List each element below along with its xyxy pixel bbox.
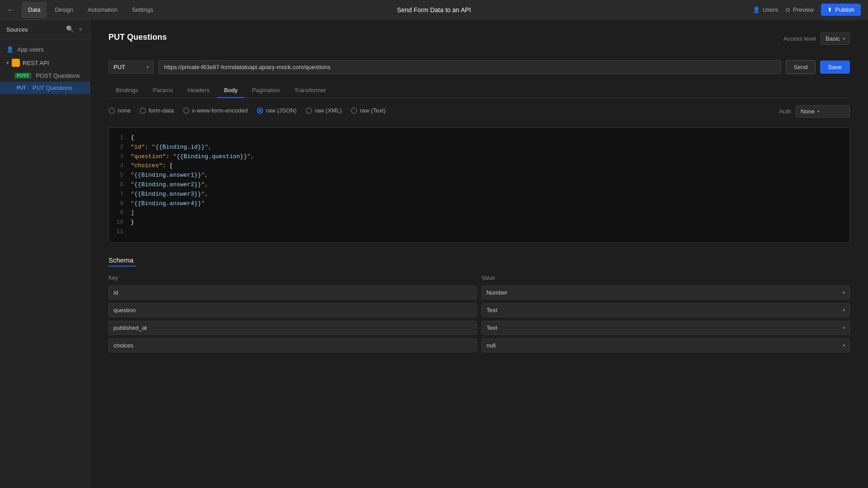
line-number: 1	[114, 133, 123, 143]
tab-headers[interactable]: Headers	[180, 83, 217, 98]
main-content: PUT Questions Access level Basic ▾ PUT ▾…	[90, 20, 868, 488]
schema-row: Number▾	[108, 286, 850, 300]
top-nav-tab-data[interactable]: Data	[22, 2, 47, 18]
schema-key-input-question[interactable]	[108, 303, 477, 317]
schema-underline	[108, 266, 136, 267]
auth-select[interactable]: None ▾	[796, 105, 850, 117]
sidebar-items: 👤 App users ▾ REST API POST POST Questio…	[0, 39, 90, 488]
top-nav-tab-automation[interactable]: Automation	[81, 2, 124, 18]
publish-icon: ⬆	[827, 6, 832, 13]
schema-row: Text▾	[108, 321, 850, 335]
sidebar-item-post-questions[interactable]: POST POST Questions	[0, 70, 90, 82]
body-option-raw-text[interactable]: raw (Text)	[351, 107, 386, 114]
top-nav-tab-design[interactable]: Design	[48, 2, 79, 18]
method-select[interactable]: PUT ▾	[108, 61, 154, 74]
auth-row: Auth None ▾	[779, 105, 850, 117]
sidebar-header-icons: 🔍 ＋	[66, 25, 84, 33]
chevron-down-icon: ▾	[843, 36, 845, 41]
top-nav-tab-settings[interactable]: Settings	[126, 2, 160, 18]
search-icon[interactable]: 🔍	[66, 25, 74, 33]
method-value: PUT	[113, 64, 125, 70]
radio-dot	[140, 108, 146, 114]
top-nav-right: 👤 Users ⊙ Preview ⬆ Publish	[753, 4, 861, 16]
nav-tabs: DataDesignAutomationSettings	[22, 2, 160, 18]
method-chevron-icon: ▾	[146, 65, 149, 70]
line-number: 7	[114, 190, 123, 199]
sidebar: Sources 🔍 ＋ 👤 App users ▾ REST API POST …	[0, 20, 90, 488]
body-option-form-data[interactable]: form-data	[140, 107, 174, 114]
tab-params[interactable]: Params	[146, 83, 180, 98]
schema-value: null	[486, 342, 495, 349]
section-header: PUT Questions Access level Basic ▾	[108, 33, 850, 52]
rest-api-icon	[12, 59, 20, 67]
users-icon: 👤	[753, 6, 760, 13]
section-title-area: PUT Questions	[108, 33, 167, 51]
schema-key-input-published_at[interactable]	[108, 321, 477, 335]
code-line: 2"id": "{{Binding.id}}",	[114, 143, 844, 152]
tab-bindings[interactable]: Bindings	[108, 83, 146, 98]
access-value: Basic	[826, 35, 840, 42]
main-layout: Sources 🔍 ＋ 👤 App users ▾ REST API POST …	[0, 20, 868, 488]
url-input[interactable]	[158, 60, 781, 74]
put-questions-label: PUT Questions	[33, 84, 72, 91]
body-option-none[interactable]: none	[108, 107, 131, 114]
add-source-icon[interactable]: ＋	[77, 25, 84, 33]
schema-title: Schema	[108, 256, 850, 266]
auth-chevron-icon: ▾	[817, 109, 820, 114]
url-bar-row: PUT ▾ Send Save	[108, 60, 850, 74]
publish-button[interactable]: ⬆ Publish	[821, 4, 861, 16]
radio-dot	[351, 108, 357, 114]
radio-dot	[257, 108, 263, 114]
line-content: }	[131, 218, 844, 227]
put-badge: PUT	[14, 85, 28, 91]
back-button[interactable]: ←	[7, 6, 14, 14]
auth-label: Auth	[779, 108, 791, 115]
users-button[interactable]: 👤 Users	[753, 6, 778, 13]
body-option-raw-xml[interactable]: raw (XML)	[306, 107, 342, 114]
radio-dot	[183, 108, 189, 114]
code-line: 10}	[114, 218, 844, 227]
line-content: "{{Binding.answer2}}",	[131, 180, 844, 190]
schema-col-headers: Key Value	[108, 272, 850, 284]
line-number: 3	[114, 152, 123, 162]
line-content: {	[131, 133, 844, 143]
schema-key-input-id[interactable]	[108, 286, 477, 300]
tab-body[interactable]: Body	[217, 83, 245, 98]
schema-value-select-published_at[interactable]: Text▾	[481, 321, 850, 335]
section-title: PUT Questions	[108, 33, 167, 42]
sidebar-item-put-questions[interactable]: PUT PUT Questions	[0, 82, 90, 94]
line-number: 8	[114, 199, 123, 209]
line-content	[131, 227, 844, 237]
save-button[interactable]: Save	[820, 61, 850, 74]
auth-value: None	[801, 108, 815, 115]
top-navigation: ← DataDesignAutomationSettings Send Form…	[0, 0, 868, 20]
users-label: Users	[763, 6, 778, 13]
code-line: 1{	[114, 133, 844, 143]
code-line: 6 "{{Binding.answer2}}",	[114, 180, 844, 190]
sidebar-item-app-users[interactable]: 👤 App users	[0, 43, 90, 56]
schema-value: Number	[486, 289, 507, 296]
schema-value-select-id[interactable]: Number▾	[481, 286, 850, 300]
app-users-icon: 👤	[6, 46, 14, 53]
schema-rows: Number▾Text▾Text▾null▾	[108, 286, 850, 352]
schema-section: Schema Key Value Number▾Text▾Text▾null▾	[108, 256, 850, 352]
schema-value: Text	[486, 324, 497, 331]
sidebar-group-rest-api[interactable]: ▾ REST API	[0, 56, 90, 70]
schema-value-select-question[interactable]: Text▾	[481, 303, 850, 317]
tab-transformer[interactable]: Transformer	[287, 83, 333, 98]
send-button[interactable]: Send	[786, 60, 815, 74]
preview-button[interactable]: ⊙ Preview	[785, 6, 814, 13]
code-editor[interactable]: 1{2"id": "{{Binding.id}}",3"question": "…	[108, 127, 850, 243]
line-content: "question": "{{Binding.question}}",	[131, 152, 844, 162]
schema-value-select-choices[interactable]: null▾	[481, 338, 850, 352]
access-level-select[interactable]: Basic ▾	[821, 33, 850, 45]
line-content: "{{Binding.answer3}}",	[131, 190, 844, 199]
body-option-raw-json[interactable]: raw (JSON)	[257, 107, 297, 114]
tab-pagination[interactable]: Pagination	[245, 83, 287, 98]
code-line: 7 "{{Binding.answer3}}",	[114, 190, 844, 199]
body-option-x-www-form-encoded[interactable]: x-www-form-encoded	[183, 107, 248, 114]
chevron-down-icon: ▾	[6, 60, 9, 66]
schema-key-input-choices[interactable]	[108, 338, 477, 352]
preview-label: Preview	[793, 6, 814, 13]
code-line: 5 "{{Binding.answer1}}",	[114, 171, 844, 180]
